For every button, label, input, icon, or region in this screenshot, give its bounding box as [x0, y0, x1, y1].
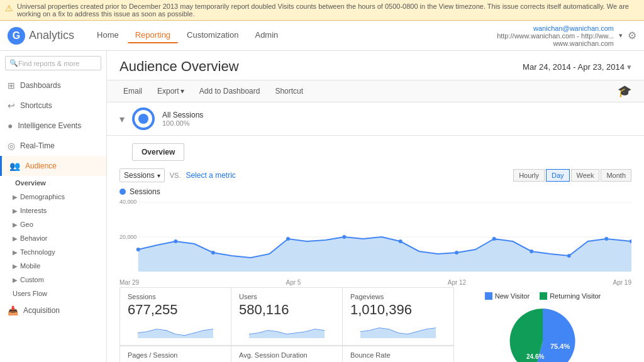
svg-point-15: [604, 237, 608, 241]
export-button[interactable]: Export ▾: [153, 85, 188, 97]
svg-point-11: [455, 251, 458, 255]
chart-container: 40,000 20,000: [107, 196, 644, 278]
select-metric-link[interactable]: Select a metric: [186, 171, 235, 180]
top-nav-right: wanichan@wanichan.com http://www.wanicha…: [497, 25, 636, 47]
svg-text:20,000: 20,000: [119, 234, 136, 240]
sidebar-sub-custom[interactable]: ▶ Custom: [0, 273, 106, 287]
nav-home[interactable]: Home: [89, 28, 126, 43]
nav-customization[interactable]: Customization: [179, 28, 246, 43]
time-buttons: Hourly Day Week Month: [513, 169, 631, 182]
sidebar: 🔍 Find reports & more ⊞ Dashboards ↩ Sho…: [0, 51, 107, 362]
svg-point-9: [342, 235, 346, 239]
sidebar-item-realtime[interactable]: ◎ Real-Time: [0, 136, 106, 156]
svg-point-12: [492, 237, 496, 241]
sidebar-sub-overview[interactable]: Overview: [0, 176, 106, 190]
tab-overview[interactable]: Overview: [132, 143, 184, 161]
sidebar-item-label: Audience: [25, 162, 57, 170]
sidebar-item-intelligence[interactable]: ● Intelligence Events: [0, 116, 106, 136]
new-visitor-color: [485, 292, 492, 300]
realtime-icon: ◎: [8, 141, 15, 151]
legend-returning-visitor: Returning Visitor: [540, 292, 601, 300]
week-button[interactable]: Week: [571, 169, 600, 182]
stat-avg-duration: Avg. Session Duration 00:01:10: [231, 346, 342, 362]
google-logo: G: [8, 27, 25, 45]
sidebar-item-label: Intelligence Events: [18, 121, 81, 130]
svg-text:40,000: 40,000: [119, 199, 136, 205]
svg-text:75.4%: 75.4%: [550, 343, 570, 350]
sidebar-sub-behavior[interactable]: ▶ Behavior: [0, 231, 106, 245]
warning-text: Universal properties created prior to De…: [17, 3, 639, 18]
segment-percent: 100.00%: [162, 119, 203, 127]
nav-admin[interactable]: Admin: [247, 28, 286, 43]
add-dashboard-button[interactable]: Add to Dashboard: [196, 85, 264, 97]
segment-toggle[interactable]: ▾: [119, 113, 125, 125]
sidebar-sub-mobile[interactable]: ▶ Mobile: [0, 259, 106, 273]
metric-select[interactable]: Sessions ▾: [119, 168, 165, 182]
hourly-button[interactable]: Hourly: [513, 169, 545, 182]
sidebar-sub-usersflow[interactable]: Users Flow: [0, 287, 106, 300]
shortcut-button[interactable]: Shortcut: [271, 85, 307, 97]
sidebar-sub-demographics[interactable]: ▶ Demographics: [0, 190, 106, 204]
nav-reporting[interactable]: Reporting: [128, 28, 178, 43]
sidebar-sub-interests[interactable]: ▶ Interests: [0, 204, 106, 217]
sidebar-item-label: Acquisition: [23, 306, 60, 315]
content-area: Audience Overview Mar 24, 2014 - Apr 23,…: [107, 51, 644, 362]
svg-text:24.6%: 24.6%: [526, 353, 544, 360]
sidebar-item-dashboards[interactable]: ⊞ Dashboards: [0, 75, 106, 96]
stats-row-2: Pages / Session 1.49 Avg. Session Durati…: [119, 346, 454, 362]
stat-bounce-rate: Bounce Rate 80.45%: [342, 346, 454, 362]
svg-point-13: [530, 250, 533, 253]
account-info: wanichan@wanichan.com http://www.wanicha…: [497, 25, 614, 47]
sidebar-item-shortcuts[interactable]: ↩ Shortcuts: [0, 96, 106, 116]
account-url1: http://www.wanichan.com - http://ww...: [497, 32, 614, 40]
date-range-arrow-icon: ▾: [627, 62, 631, 72]
stat-users: Users 580,116: [231, 287, 342, 346]
gear-icon[interactable]: ⚙: [628, 30, 636, 41]
svg-point-8: [286, 237, 290, 241]
audience-icon: 👥: [9, 161, 20, 171]
search-box[interactable]: 🔍 Find reports & more: [5, 56, 101, 70]
sidebar-item-audience[interactable]: 👥 Audience: [0, 156, 106, 176]
sidebar-item-label: Real-Time: [20, 141, 55, 150]
segment-info: All Sessions 100.00%: [162, 111, 203, 127]
sparkline-users: [239, 321, 335, 340]
stat-pageviews-value: 1,010,396: [350, 302, 446, 318]
analytics-text: Analytics: [29, 29, 74, 42]
stat-pages-session: Pages / Session 1.49: [119, 346, 231, 362]
stats-grid: Sessions 677,255 Users 580,116: [119, 287, 454, 362]
main-layout: 🔍 Find reports & more ⊞ Dashboards ↩ Sho…: [0, 51, 644, 362]
stat-pages-session-label: Pages / Session: [128, 351, 223, 359]
arrow-icon: ▶: [13, 277, 18, 283]
segment-name: All Sessions: [162, 111, 203, 119]
warning-icon: ⚠: [5, 3, 13, 13]
tabs-container: Overview: [107, 136, 644, 166]
date-range-text: Mar 24, 2014 - Apr 23, 2014: [523, 62, 625, 72]
svg-point-10: [399, 239, 402, 243]
sidebar-sub-geo[interactable]: ▶ Geo: [0, 217, 106, 231]
month-button[interactable]: Month: [601, 169, 631, 182]
account-email[interactable]: wanichan@wanichan.com: [497, 25, 614, 32]
shortcuts-icon: ↩: [8, 101, 15, 111]
segment-inner: [138, 114, 148, 124]
sidebar-item-label: Dashboards: [20, 81, 61, 90]
warning-bar: ⚠ Universal properties created prior to …: [0, 0, 644, 21]
acquisition-icon: 📥: [8, 305, 18, 315]
help-icon[interactable]: 🎓: [618, 84, 631, 98]
sidebar-sub-technology[interactable]: ▶ Technology: [0, 245, 106, 259]
dropdown-arrow[interactable]: ▾: [619, 31, 623, 40]
stat-bounce-rate-label: Bounce Rate: [350, 351, 446, 359]
sidebar-item-label: Shortcuts: [20, 101, 52, 110]
x-label-apr19: Apr 19: [613, 279, 631, 286]
email-button[interactable]: Email: [119, 85, 146, 97]
arrow-icon: ▶: [13, 194, 18, 200]
stat-avg-duration-label: Avg. Session Duration: [239, 351, 335, 359]
stat-pageviews: Pageviews 1,010,396: [342, 287, 454, 346]
legend-new-visitor: New Visitor: [485, 292, 530, 300]
date-range-selector[interactable]: Mar 24, 2014 - Apr 23, 2014 ▾: [523, 62, 631, 72]
returning-visitor-color: [540, 292, 547, 300]
stat-users-value: 580,116: [239, 302, 335, 318]
day-button[interactable]: Day: [546, 169, 570, 182]
metric-caret-icon: ▾: [157, 172, 160, 179]
sidebar-item-acquisition[interactable]: 📥 Acquisition: [0, 300, 106, 321]
pie-section: New Visitor Returning Visitor 75.4%: [454, 287, 631, 362]
